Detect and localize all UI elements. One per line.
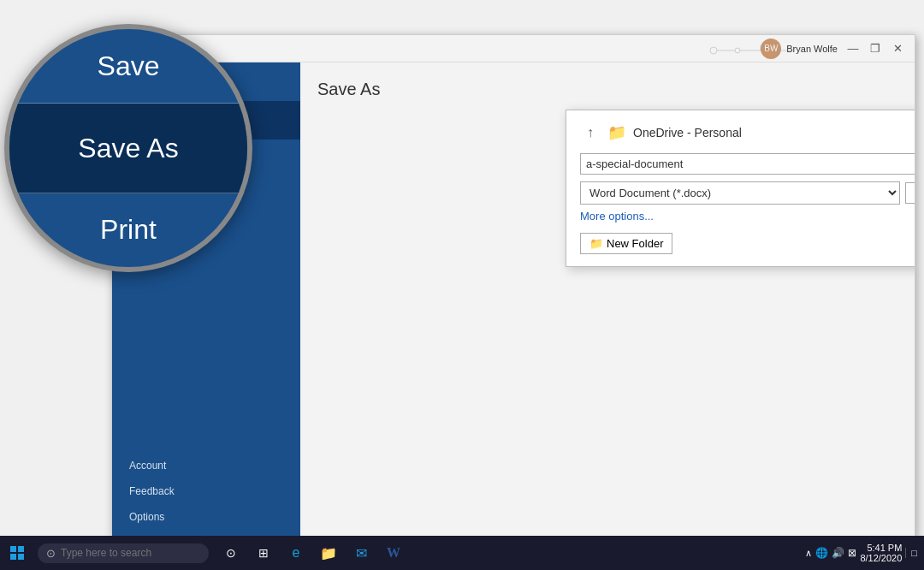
filetype-select[interactable]: Word Document (*.docx) [580,181,900,205]
svg-point-0 [710,47,717,54]
new-folder-button[interactable]: 📁 New Folder [580,233,672,254]
svg-point-2 [735,48,740,53]
filetype-row: Word Document (*.docx) 💾 Save [580,181,915,205]
dialog-back-button[interactable]: ↑ [580,122,601,143]
system-icons: ∧ 🌐 🔊 ⊠ [805,547,856,559]
right-panel: Save As Date modified 8/4/2020 1:55 PM ↑… [300,62,915,538]
save-as-dialog: ↑ 📁 OneDrive - Personal Word Document (*… [566,110,915,267]
windows-icon [10,546,24,560]
taskbar-icon-mail[interactable]: ✉ [346,536,376,570]
close-button[interactable]: ✕ [887,39,908,59]
magnifier-inner: Save Save As Print [9,29,247,267]
taskbar-clock[interactable]: 5:41 PM 8/12/2020 [860,543,902,563]
start-button[interactable] [0,536,34,570]
more-options-link[interactable]: More options... [580,210,915,223]
window-controls: — ❐ ✕ [843,39,908,59]
clock-date: 8/12/2020 [860,553,902,563]
taskbar-icon-explorer[interactable]: 📁 [313,536,344,570]
search-icon: ⊙ [46,547,56,560]
taskbar-icon-word[interactable]: W [378,536,409,570]
minimize-button[interactable]: — [843,39,863,59]
folder-icon: 📁 [607,123,626,142]
dialog-save-button[interactable]: 💾 Save [905,182,915,204]
title-bar: Saved to Y: Drive BW Bryan Wolfe — ❐ ✕ [112,35,915,62]
sidebar-item-account[interactable]: Account [112,453,300,478]
new-folder-icon: 📁 [589,237,603,250]
search-input[interactable] [61,547,181,559]
sidebar-bottom: Account Feedback Options [112,453,300,538]
taskbar-search-box[interactable]: ⊙ [38,543,209,563]
up-arrow-icon: ↑ [587,125,594,140]
sidebar-item-feedback[interactable]: Feedback [112,478,300,504]
show-desktop-button[interactable]: □ [905,548,917,558]
save-as-header: Save As [317,80,897,99]
clock-time: 5:41 PM [867,543,902,553]
magnifier-save-as[interactable]: Save As [9,104,247,193]
chevron-icon[interactable]: ∧ [805,548,812,559]
dialog-header: ↑ 📁 OneDrive - Personal [580,122,915,143]
taskbar-icon-task-view[interactable]: ⊞ [248,536,279,570]
taskbar-app-icons: ⊙ ⊞ e 📁 ✉ W [216,536,409,570]
magnifier-overlay: Save Save As Print [4,24,252,272]
sidebar-item-options[interactable]: Options [112,504,300,530]
taskbar-icon-cortana[interactable]: ⊙ [216,536,246,570]
taskbar-icon-edge[interactable]: e [281,536,311,570]
volume-icon[interactable]: 🔊 [832,547,844,559]
battery-icon[interactable]: ⊠ [848,547,856,559]
dialog-location: OneDrive - Personal [633,126,742,140]
taskbar-right: ∧ 🌐 🔊 ⊠ 5:41 PM 8/12/2020 □ [805,543,924,563]
taskbar: ⊙ ⊙ ⊞ e 📁 ✉ W ∧ 🌐 🔊 ⊠ 5:41 PM 8/12/2020 … [0,536,924,570]
new-folder-label: New Folder [607,237,663,250]
restore-button[interactable]: ❐ [865,39,886,59]
circuit-decoration [709,42,812,62]
filename-input[interactable] [580,153,915,175]
network-icon[interactable]: 🌐 [815,547,828,559]
